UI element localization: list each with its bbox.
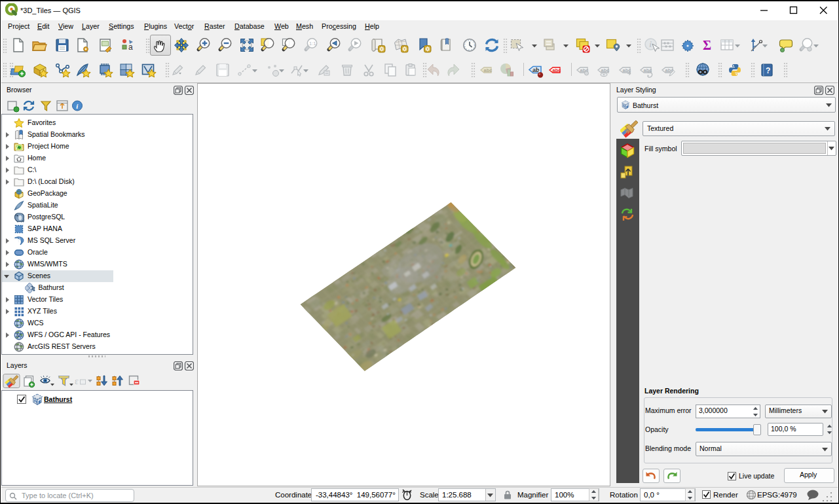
svg-text:abc: abc <box>484 67 493 73</box>
svg-text:Σ: Σ <box>703 38 711 52</box>
svg-text:1:1: 1:1 <box>309 41 316 46</box>
svg-text:abc: abc <box>601 67 610 73</box>
svg-text:V: V <box>17 333 21 338</box>
svg-text:ε: ε <box>75 376 79 386</box>
svg-text:a: a <box>128 43 133 52</box>
svg-text:?: ? <box>766 66 770 75</box>
svg-text:abc: abc <box>553 67 561 73</box>
svg-text:ab: ab <box>532 67 540 73</box>
